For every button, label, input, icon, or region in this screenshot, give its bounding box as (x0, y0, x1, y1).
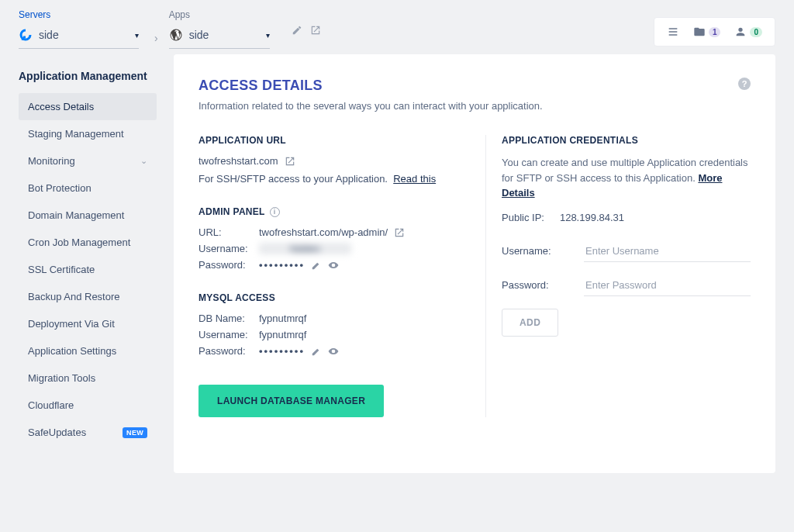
app-url-value: twofreshstart.com (198, 155, 278, 167)
mysql-user-label: Username: (198, 329, 259, 340)
main-panel: ? ACCESS DETAILS Information related to … (174, 54, 775, 473)
admin-url-value: twofreshstart.com/wp-admin/ (259, 226, 388, 238)
add-button[interactable]: ADD (502, 309, 558, 337)
sidebar-item-cloudflare[interactable]: Cloudflare (19, 392, 157, 419)
cred-username-input[interactable] (584, 240, 751, 262)
new-badge: NEW (123, 427, 147, 438)
admin-heading: ADMIN PANEL (198, 206, 265, 217)
top-breadcrumb-bar: Servers side ▾ › Apps side ▾ 1 (0, 0, 794, 53)
sidebar-title: Application Management (19, 70, 157, 82)
sidebar-item-access-details[interactable]: Access Details (19, 93, 157, 120)
server-selector[interactable]: side ▾ (19, 25, 139, 49)
admin-user-label: Username: (198, 243, 259, 254)
admin-pass-label: Password: (198, 259, 259, 271)
read-this-link[interactable]: Read this (393, 173, 436, 185)
cred-password-input[interactable] (584, 275, 751, 296)
sidebar-item-safeupdates[interactable]: SafeUpdatesNEW (19, 419, 157, 446)
caret-down-icon: ▾ (266, 31, 270, 40)
launch-db-button[interactable]: LAUNCH DATABASE MANAGER (198, 385, 384, 417)
sidebar-item-domain[interactable]: Domain Management (19, 202, 157, 229)
apps-label: Apps (169, 9, 270, 20)
sidebar-item-app-settings[interactable]: Application Settings (19, 337, 157, 364)
admin-url-label: URL: (198, 226, 259, 238)
servers-label: Servers (19, 9, 139, 20)
mysql-heading: MYSQL ACCESS (198, 292, 470, 303)
admin-user-value: hidden (259, 243, 351, 254)
external-link-icon[interactable] (285, 156, 295, 167)
external-link-icon[interactable] (310, 25, 321, 36)
cred-user-label: Username: (502, 245, 584, 257)
app-url-note: For SSH/SFTP access to your Application. (198, 173, 388, 185)
user-badge-count: 0 (750, 27, 762, 37)
cred-pass-label: Password: (502, 279, 584, 291)
edit-icon[interactable] (292, 25, 302, 36)
sidebar-item-staging[interactable]: Staging Management (19, 120, 157, 147)
app-selector[interactable]: side ▾ (169, 25, 270, 49)
app-url-heading: APPLICATION URL (198, 135, 470, 146)
sidebar-item-git[interactable]: Deployment Via Git (19, 310, 157, 337)
caret-down-icon: ▾ (135, 31, 139, 40)
public-ip-value: 128.199.84.31 (560, 212, 624, 223)
mysql-db-value: fypnutmrqf (259, 313, 306, 324)
digitalocean-icon (19, 28, 33, 42)
sidebar: Application Management Access Details St… (19, 53, 157, 473)
public-ip-label: Public IP: (502, 212, 544, 223)
svg-rect-0 (23, 36, 26, 39)
sidebar-item-backup[interactable]: Backup And Restore (19, 283, 157, 310)
edit-icon[interactable] (311, 346, 322, 357)
sidebar-item-bot-protection[interactable]: Bot Protection (19, 174, 157, 202)
section-app-url: APPLICATION URL twofreshstart.com For SS… (198, 135, 470, 185)
help-icon[interactable]: ? (738, 78, 751, 90)
section-mysql: MYSQL ACCESS DB Name:fypnutmrqf Username… (198, 292, 470, 357)
edit-icon[interactable] (311, 260, 322, 271)
sidebar-item-cron[interactable]: Cron Job Management (19, 229, 157, 256)
cred-heading: APPLICATION CREDENTIALS (502, 135, 751, 146)
list-icon[interactable] (662, 22, 684, 41)
panel-subtitle: Information related to the several ways … (198, 100, 751, 112)
folder-badge-icon[interactable]: 1 (689, 22, 726, 41)
admin-pass-value: ••••••••• (259, 259, 305, 271)
external-link-icon[interactable] (394, 227, 405, 238)
panel-title: ACCESS DETAILS (198, 78, 751, 94)
info-icon[interactable]: i (270, 207, 280, 217)
folder-badge-count: 1 (709, 27, 721, 37)
sidebar-item-migration[interactable]: Migration Tools (19, 364, 157, 392)
mysql-pass-value: ••••••••• (259, 345, 305, 357)
top-right-toolbar: 1 0 (654, 17, 775, 47)
user-badge-icon[interactable]: 0 (730, 22, 767, 41)
sidebar-item-monitoring[interactable]: Monitoring⌄ (19, 147, 157, 174)
eye-icon[interactable] (328, 260, 339, 271)
mysql-db-label: DB Name: (198, 313, 259, 324)
mysql-pass-label: Password: (198, 345, 259, 357)
chevron-right-icon: › (154, 32, 158, 44)
app-toolbar-actions (292, 25, 321, 36)
wordpress-icon (169, 28, 183, 42)
chevron-down-icon: ⌄ (140, 156, 147, 166)
svg-rect-1 (22, 39, 23, 40)
section-admin-panel: ADMIN PANELi URL:twofreshstart.com/wp-ad… (198, 206, 470, 271)
server-value: side (39, 29, 135, 41)
breadcrumb-servers: Servers side ▾ (19, 9, 139, 49)
sidebar-item-ssl[interactable]: SSL Certificate (19, 256, 157, 283)
breadcrumb-apps: Apps side ▾ (169, 9, 270, 49)
app-value: side (189, 29, 266, 41)
mysql-user-value: fypnutmrqf (259, 329, 306, 340)
eye-icon[interactable] (328, 346, 339, 357)
